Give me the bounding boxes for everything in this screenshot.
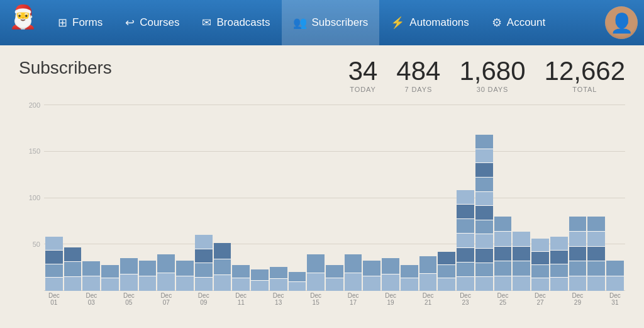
x-label: Dec 23 (457, 292, 474, 306)
bar-group[interactable] (382, 105, 399, 291)
bar-group[interactable] (326, 105, 343, 291)
bar-segment (382, 274, 399, 291)
bar-group[interactable] (176, 105, 194, 291)
bar-group[interactable] (139, 105, 157, 291)
bar-segment (101, 278, 119, 291)
bar-group[interactable] (457, 105, 474, 291)
bar-segment (101, 265, 119, 278)
bar-group[interactable] (157, 105, 175, 291)
bar-segment (569, 232, 587, 246)
bar-segment (307, 273, 325, 291)
bar-group[interactable] (251, 105, 269, 291)
bar-group[interactable] (475, 105, 493, 291)
bar-segment (550, 251, 568, 264)
grid-label: 200 (15, 101, 40, 109)
stat-30days: 1,680 30 DAYS (459, 58, 525, 93)
bar-group[interactable] (345, 105, 362, 291)
bar-group[interactable] (438, 105, 455, 291)
bar-group[interactable] (494, 105, 512, 291)
bar-segment (587, 247, 605, 261)
bar-group[interactable] (419, 105, 437, 291)
bar-group[interactable] (195, 105, 213, 291)
bar-group[interactable] (82, 105, 100, 291)
bar-segment (363, 276, 380, 291)
bar-segment (251, 269, 269, 280)
bar-group[interactable] (531, 105, 549, 291)
bar-segment (214, 275, 231, 291)
bar-group[interactable] (569, 105, 587, 291)
bar-segment (475, 249, 493, 263)
bar-segment (232, 265, 250, 278)
nav-automations[interactable]: ⚡ Automations (379, 0, 480, 45)
bar-segment (569, 276, 587, 291)
automations-icon: ⚡ (391, 16, 404, 30)
bar-segment (475, 263, 493, 277)
bar-segment (475, 206, 493, 220)
bar-group[interactable] (45, 105, 63, 291)
bar-group[interactable] (513, 105, 530, 291)
logo[interactable]: 🎅 (6, 4, 44, 42)
bar-segment (531, 252, 549, 264)
bar-segment (513, 247, 530, 261)
x-label: Dec 29 (569, 292, 587, 306)
bar-segment (550, 264, 568, 278)
bar-segment (120, 274, 138, 291)
x-label: Dec 03 (82, 292, 100, 306)
bar-segment (587, 276, 605, 291)
bar-segment (494, 247, 512, 261)
bar-segment (569, 261, 587, 276)
bar-segment (457, 190, 474, 204)
bar-group[interactable] (401, 105, 418, 291)
bar-segment (232, 278, 250, 291)
grid-label: 100 (15, 194, 40, 201)
nav-account[interactable]: ⚙ Account (480, 0, 557, 45)
nav-subscribers[interactable]: 👥 Subscribers (282, 0, 380, 45)
bar-segment (569, 217, 587, 231)
stat-30days-label: 30 DAYS (459, 86, 525, 93)
bar-segment (438, 278, 455, 291)
main-content: Subscribers 34 TODAY 484 7 DAYS 1,680 30… (0, 45, 644, 328)
bar-group[interactable] (232, 105, 250, 291)
bar-segment (176, 276, 194, 291)
stat-today-label: TODAY (348, 86, 378, 93)
bar-group[interactable] (289, 105, 306, 291)
nav-items: ⊞ Forms ↩ Courses ✉ Broadcasts 👥 Subscri… (47, 0, 599, 45)
bar-group[interactable] (307, 105, 325, 291)
stat-7days-label: 7 DAYS (396, 86, 440, 93)
bar-segment (587, 261, 605, 276)
bar-segment (139, 261, 157, 276)
bar-group[interactable] (606, 105, 624, 291)
stat-today-value: 34 (348, 58, 378, 84)
bar-group[interactable] (270, 105, 287, 291)
nav-courses[interactable]: ↩ Courses (114, 0, 191, 45)
bar-segment (120, 258, 138, 274)
bar-segment (475, 135, 493, 149)
stat-7days-value: 484 (396, 58, 440, 84)
stat-total: 12,662 TOTAL (545, 58, 625, 93)
bar-segment (270, 267, 287, 279)
stat-7days: 484 7 DAYS (396, 58, 440, 93)
bar-group[interactable] (587, 105, 605, 291)
avatar[interactable]: 👤 (605, 6, 638, 39)
bar-segment (475, 234, 493, 248)
bar-segment (457, 248, 474, 262)
page-title: Subscribers (19, 58, 112, 78)
bar-group[interactable] (550, 105, 568, 291)
bar-group[interactable] (101, 105, 119, 291)
nav-forms[interactable]: ⊞ Forms (47, 0, 114, 45)
bar-segment (475, 163, 493, 177)
x-label: Dec 11 (232, 292, 250, 306)
bar-segment (475, 149, 493, 163)
bar-segment (606, 276, 624, 291)
bar-group[interactable] (363, 105, 380, 291)
bar-group[interactable] (64, 105, 82, 291)
bar-segment (139, 276, 157, 291)
bar-segment (345, 254, 362, 272)
bar-segment (550, 237, 568, 250)
bar-segment (550, 278, 568, 291)
bar-segment (307, 254, 325, 272)
bar-group[interactable] (120, 105, 138, 291)
bar-segment (82, 276, 100, 291)
nav-broadcasts[interactable]: ✉ Broadcasts (191, 0, 281, 45)
bar-group[interactable] (214, 105, 231, 291)
